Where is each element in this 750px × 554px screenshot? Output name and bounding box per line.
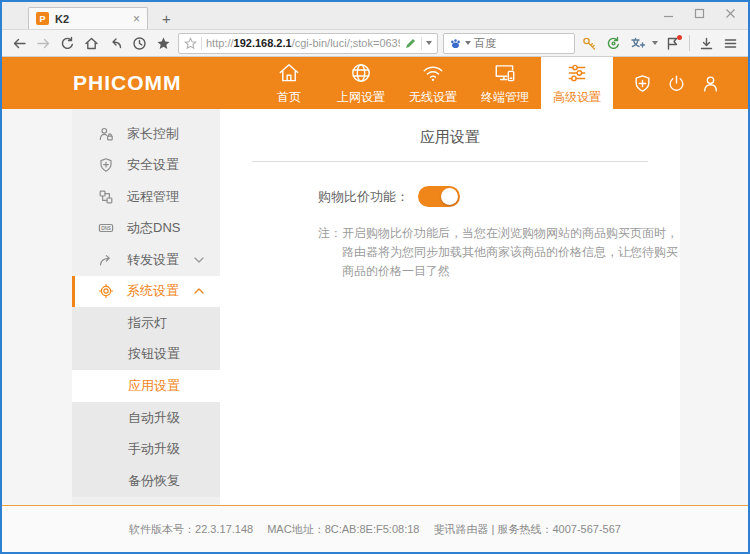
bookmark-star-icon[interactable] (184, 37, 197, 50)
submenu-item-backup-restore[interactable]: 备份恢复 (72, 465, 220, 497)
shield-plus-icon (98, 157, 114, 173)
nav-item-internet[interactable]: 上网设置 (325, 57, 397, 109)
footer-version: 软件版本号：22.3.17.148 (129, 522, 253, 537)
sliders-icon (565, 61, 589, 85)
nav-item-wireless[interactable]: 无线设置 (397, 57, 469, 109)
menu-icon[interactable] (721, 34, 740, 53)
sidebar-item-system[interactable]: 系统设置 (72, 276, 220, 308)
sidebar-item-forwarding[interactable]: 转发设置 (72, 244, 220, 276)
url-bar[interactable]: http://192.168.2.1/cgi-bin/luci/;stok=06… (178, 33, 438, 54)
back-icon[interactable] (10, 34, 29, 53)
history-clock-icon[interactable] (130, 34, 149, 53)
footer-mac: MAC地址：8C:AB:8E:F5:08:18 (267, 522, 419, 537)
submenu-item-indicator-light[interactable]: 指示灯 (72, 307, 220, 339)
url-text: http://192.168.2.1/cgi-bin/luci/;stok=06… (206, 37, 400, 49)
remote-manage-icon (98, 189, 114, 205)
nav-label: 无线设置 (409, 89, 457, 106)
download-icon[interactable] (697, 34, 716, 53)
sidebar: 家长控制 安全设置 远程管理 DNS 动态DNS 转发设置 系统设置 (72, 109, 220, 505)
shopping-compare-toggle[interactable] (418, 186, 460, 207)
phicomm-logo: PHICOMM (73, 71, 182, 95)
nav-label: 首页 (277, 89, 301, 106)
tab-close-icon[interactable]: × (133, 13, 140, 25)
sidebar-item-ddns[interactable]: DNS 动态DNS (72, 213, 220, 245)
favicon: P (36, 12, 49, 25)
forward-icon (98, 252, 114, 268)
password-key-icon[interactable] (580, 34, 599, 53)
security-shield-icon[interactable] (633, 74, 652, 93)
nav-item-home[interactable]: 首页 (253, 57, 325, 109)
sidebar-item-remote-manage[interactable]: 远程管理 (72, 181, 220, 213)
window-controls (663, 8, 736, 19)
translate-icon[interactable] (628, 34, 647, 53)
nav-label: 高级设置 (553, 89, 601, 106)
url-separator-2 (421, 37, 422, 50)
new-tab-button[interactable]: + (162, 11, 171, 26)
dns-icon: DNS (98, 220, 114, 236)
sidebar-item-security[interactable]: 安全设置 (72, 150, 220, 182)
refresh-plugin-icon[interactable] (604, 34, 623, 53)
feature-note: 注：开启购物比价功能后，当您在浏览购物网站的商品购买页面时， 路由器将为您同步加… (318, 224, 680, 281)
search-input[interactable] (474, 37, 569, 49)
sidebar-label: 家长控制 (127, 125, 179, 143)
sidebar-label: 转发设置 (127, 251, 179, 269)
wifi-icon (421, 61, 445, 85)
toolbar-separator (689, 35, 690, 51)
minimize-icon[interactable] (663, 8, 674, 19)
browser-tab-bar: P K2 × + (2, 2, 748, 29)
maximize-icon[interactable] (694, 8, 705, 19)
url-dropdown-icon[interactable] (426, 41, 432, 45)
app-header: PHICOMM 首页 上网设置 无线设置 终端管理 高级设置 (2, 57, 748, 109)
chevron-down-icon (194, 257, 204, 263)
edit-pencil-icon[interactable] (404, 37, 417, 50)
nav-item-terminals[interactable]: 终端管理 (469, 57, 541, 109)
close-icon[interactable] (725, 8, 736, 19)
home-icon[interactable] (82, 34, 101, 53)
main-nav: 首页 上网设置 无线设置 终端管理 高级设置 (253, 57, 613, 109)
sidebar-label: 动态DNS (127, 219, 180, 237)
sidebar-label: 安全设置 (127, 156, 179, 174)
url-domain: 192.168.2.1 (234, 37, 292, 49)
title-divider (252, 161, 648, 162)
power-icon[interactable] (667, 74, 686, 93)
browser-window: P K2 × + http://192.168.2.1/cgi-bin/luci… (0, 0, 750, 554)
url-separator (201, 37, 202, 50)
submenu-item-manual-upgrade[interactable]: 手动升级 (72, 433, 220, 465)
submenu-item-app-settings[interactable]: 应用设置 (72, 370, 220, 402)
search-box[interactable] (443, 33, 575, 54)
sidebar-item-parental-control[interactable]: 家长控制 (72, 118, 220, 150)
browser-tab[interactable]: P K2 × (28, 7, 148, 29)
search-engine-icon[interactable] (449, 37, 462, 50)
main-content: 应用设置 购物比价功能： 注：开启购物比价功能后，当您在浏览购物网站的商品购买页… (220, 109, 680, 505)
toggle-label: 购物比价功能： (318, 188, 409, 206)
refresh-icon[interactable] (58, 34, 77, 53)
user-icon[interactable] (701, 74, 720, 93)
page-body: 家长控制 安全设置 远程管理 DNS 动态DNS 转发设置 系统设置 (2, 109, 748, 505)
nav-label: 终端管理 (481, 89, 529, 106)
header-action-icons (633, 57, 720, 109)
forward-icon[interactable] (34, 34, 53, 53)
sidebar-label: 远程管理 (127, 188, 179, 206)
parental-control-icon (98, 126, 114, 142)
globe-icon (349, 61, 373, 85)
home-icon (277, 61, 301, 85)
undo-icon[interactable] (106, 34, 125, 53)
submenu-item-button-settings[interactable]: 按钮设置 (72, 339, 220, 371)
sidebar-label: 系统设置 (127, 282, 179, 300)
tab-title: K2 (55, 13, 127, 25)
toggle-knob (441, 188, 458, 205)
bookmarks-star-icon[interactable] (154, 34, 173, 53)
search-engine-dropdown-icon[interactable] (465, 41, 471, 45)
gear-icon (98, 283, 114, 299)
footer-brand-hotline: 斐讯路由器 | 服务热线：4007-567-567 (433, 522, 620, 537)
chevron-up-icon (194, 288, 204, 294)
translate-dropdown-icon[interactable] (652, 41, 658, 45)
submenu-item-auto-upgrade[interactable]: 自动升级 (72, 402, 220, 434)
notification-flag-icon[interactable] (663, 34, 682, 53)
nav-label: 上网设置 (337, 89, 385, 106)
devices-icon (493, 61, 517, 85)
shopping-compare-row: 购物比价功能： (318, 186, 680, 207)
footer: 软件版本号：22.3.17.148 MAC地址：8C:AB:8E:F5:08:1… (2, 505, 748, 552)
browser-toolbar: http://192.168.2.1/cgi-bin/luci/;stok=06… (2, 29, 748, 57)
nav-item-advanced[interactable]: 高级设置 (541, 57, 613, 109)
